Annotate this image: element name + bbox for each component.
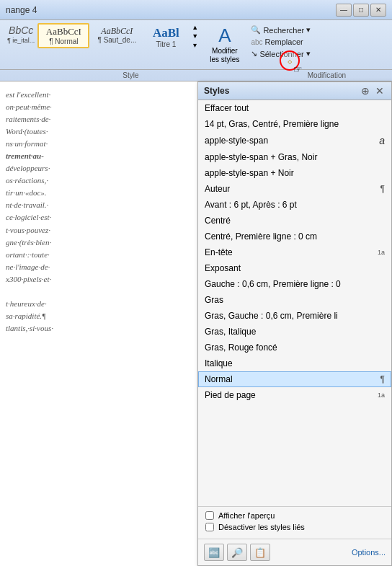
style-apple-span[interactable]: apple-style-span a [198, 132, 391, 149]
style-gauche-label: Gauche : 0,6 cm, Première ligne : 0 [205, 279, 341, 289]
style-auteur[interactable]: Auteur ¶ [198, 181, 391, 197]
style-en-tete[interactable]: En-tête 1a [198, 244, 391, 260]
style-gras-italique[interactable]: Gras, Italique [198, 324, 391, 340]
style-apple-span-indicator: a [379, 135, 385, 146]
doc-line-14: ortant·:·toute· [6, 250, 50, 259]
styles-dropdown[interactable]: ▲ ▼ ▾ [190, 23, 200, 50]
doc-line-1: est l'excellent· [6, 90, 50, 99]
style-pied-de-page-indicator: 1a [378, 392, 385, 399]
styles-list[interactable]: Effacer tout 14 pt, Gras, Centré, Premiè… [198, 100, 391, 507]
remplacer-button[interactable]: abc Remplacer [248, 37, 313, 47]
style-avant-apres-label: Avant : 6 pt, Après : 6 pt [205, 200, 297, 210]
style-apple-span-gras[interactable]: apple-style-span + Gras, Noir [198, 149, 391, 165]
doc-line-15: ne·l'image·de· [6, 262, 50, 271]
modification-section-label: Modification [262, 70, 392, 81]
modifier-icon: A [218, 25, 231, 47]
apercu-checkbox[interactable] [205, 511, 214, 520]
style-centre-label: Centré [205, 216, 231, 226]
style-effacer-tout[interactable]: Effacer tout [198, 100, 391, 116]
doc-line-10: nt·de·travail.· [6, 200, 48, 209]
rechercher-label: Rechercher [263, 26, 304, 35]
style-normal-indicator: ¶ [380, 374, 385, 384]
style-italique-label: Italique [205, 358, 233, 368]
maximize-button[interactable]: □ [353, 4, 369, 17]
doc-line-7: développeurs· [6, 164, 50, 172]
style-item-saut[interactable]: AaBbCcI ¶ Saut_de... [91, 23, 143, 47]
styles-scroll-down[interactable]: ▼ [190, 32, 200, 40]
manage-styles-icon: 📋 [254, 547, 266, 558]
styles-checkboxes: Afficher l'aperçu Désactiver les styles … [198, 507, 391, 539]
ribbon: BbCc ¶ ie_ital... AaBbCcI ¶ Normal AaBbC… [0, 20, 392, 81]
style-item-normal[interactable]: AaBbCcI ¶ Normal [37, 23, 89, 48]
modifier-label: Modifierles styles [210, 47, 239, 64]
doc-line-19: tlantis,·si·vous· [6, 324, 53, 332]
minimize-button[interactable]: — [336, 4, 352, 17]
style-centre[interactable]: Centré [198, 213, 391, 229]
remplacer-icon: abc [251, 38, 262, 46]
style-en-tete-indicator: 1a [378, 249, 385, 256]
doc-line-8: os·réactions,· [6, 176, 48, 185]
modifier-styles-button[interactable]: A Modifierles styles [204, 23, 245, 66]
style-pied-de-page[interactable]: Pied de page 1a [198, 387, 391, 403]
style-label-titre1: Titre 1 [156, 40, 176, 48]
inspect-style-button[interactable]: 🔎 [227, 544, 247, 561]
doc-line-12: t·vous·pouvez· [6, 226, 50, 234]
style-preview-normal: AaBbCcI [46, 26, 81, 37]
rechercher-icon: 🔍 [251, 25, 261, 35]
ribbon-styles-row: BbCc ¶ ie_ital... AaBbCcI ¶ Normal AaBbC… [6, 23, 386, 66]
footer-icons: 🔤 🔎 📋 [204, 544, 270, 561]
style-gras-gauche[interactable]: Gras, Gauche : 0,6 cm, Première li [198, 308, 391, 324]
close-button[interactable]: ✕ [370, 4, 386, 17]
style-14pt[interactable]: 14 pt, Gras, Centré, Première ligne [198, 116, 391, 132]
main-area: est l'excellent· on·peut·même· raitement… [0, 81, 392, 566]
styles-panel-title: Styles [204, 86, 229, 96]
desactiver-checkbox[interactable] [205, 523, 214, 531]
desactiver-label[interactable]: Désactiver les styles liés [218, 523, 305, 531]
style-normal[interactable]: Normal ¶ [198, 371, 391, 387]
doc-line-18: sa·rapidité.¶ [6, 311, 46, 320]
style-item-titre1[interactable]: AaBl Titre 1 [144, 23, 187, 51]
styles-panel-close-button[interactable]: ✕ [374, 85, 386, 97]
style-centre-premiere-label: Centré, Première ligne : 0 cm [205, 231, 317, 242]
ribbon-labels-row: Style Modification [0, 69, 392, 81]
styles-footer: 🔤 🔎 📋 Options... [198, 539, 391, 565]
style-preview-titre1: AaBl [153, 26, 179, 40]
remplacer-label: Remplacer [265, 37, 303, 46]
new-style-button[interactable]: 🔤 [204, 544, 224, 561]
style-pied-de-page-label: Pied de page [205, 390, 256, 400]
styles-panel: Styles ⊕ ✕ Effacer tout 14 pt, Gras, Cen… [197, 81, 392, 566]
style-gras-gauche-label: Gras, Gauche : 0,6 cm, Première li [205, 311, 338, 321]
expand-styles-circle[interactable]: ⬦ ☞ [280, 50, 300, 71]
apercu-label[interactable]: Afficher l'aperçu [218, 511, 275, 520]
title-bar-buttons: — □ ✕ [336, 4, 386, 17]
styles-expand-btn[interactable]: ▾ [190, 40, 200, 50]
style-centre-premiere[interactable]: Centré, Première ligne : 0 cm [198, 229, 391, 244]
style-item-bbcc[interactable]: BbCc ¶ ie_ital... [6, 23, 36, 45]
doc-line-5: ns·un·format· [6, 139, 48, 148]
options-link[interactable]: Options... [352, 548, 386, 557]
rechercher-button[interactable]: 🔍 Rechercher ▾ [248, 25, 313, 35]
styles-scroll-up[interactable]: ▲ [190, 23, 200, 32]
expand-arrow-icon: ⬦ [287, 55, 293, 66]
selectionner-icon: ↘ [251, 49, 257, 58]
doc-line-4: Word·(toutes· [6, 127, 48, 136]
style-label-bbcc: ¶ ie_ital... [7, 37, 35, 44]
doc-line-17: t·heureux·de· [6, 299, 47, 308]
style-exposant[interactable]: Exposant [198, 260, 391, 276]
inspect-style-icon: 🔎 [231, 547, 243, 558]
style-gras[interactable]: Gras [198, 292, 391, 308]
style-gauche[interactable]: Gauche : 0,6 cm, Première ligne : 0 [198, 276, 391, 292]
expand-styles-container: ⬦ ☞ [280, 50, 300, 71]
style-apple-span-noir[interactable]: apple-style-span + Noir [198, 165, 391, 181]
style-gras-label: Gras [205, 295, 223, 305]
styles-panel-move-button[interactable]: ⊕ [360, 85, 371, 97]
manage-styles-button[interactable]: 📋 [250, 544, 270, 561]
apercu-row: Afficher l'aperçu [205, 511, 384, 520]
style-preview-bbcc: BbCc [9, 25, 33, 37]
selectionner-dropdown-icon: ▾ [306, 49, 311, 58]
style-gras-rouge[interactable]: Gras, Rouge foncé [198, 340, 391, 355]
style-section-label: Style [0, 70, 262, 81]
style-avant-apres[interactable]: Avant : 6 pt, Après : 6 pt [198, 197, 391, 213]
style-italique[interactable]: Italique [198, 355, 391, 371]
style-apple-span-noir-label: apple-style-span + Noir [205, 168, 294, 178]
